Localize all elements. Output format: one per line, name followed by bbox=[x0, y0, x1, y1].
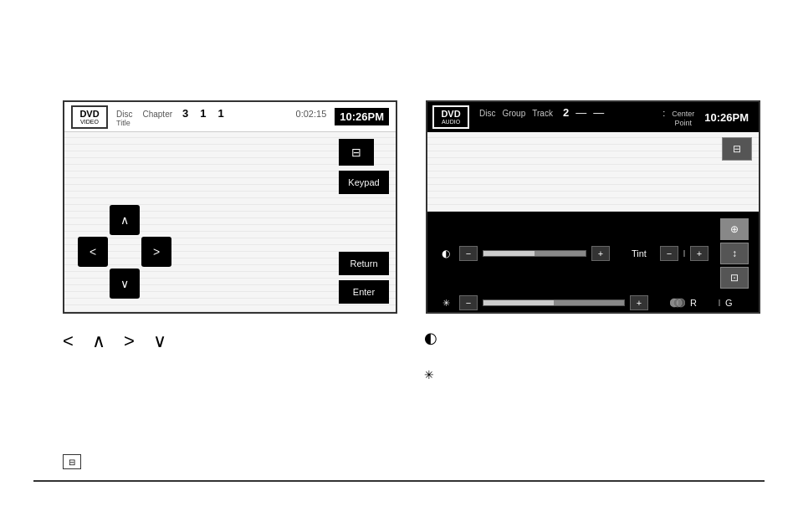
side-btn-2[interactable]: ↕ bbox=[720, 243, 749, 264]
rgb-circles-icon bbox=[670, 297, 685, 309]
nav-arrows: ∧ < > ∨ bbox=[78, 205, 171, 299]
rgb-icons bbox=[670, 297, 685, 309]
title-label: Title bbox=[116, 119, 132, 127]
tint-label: Tint bbox=[632, 248, 655, 258]
title-value: 1 bbox=[200, 107, 206, 120]
svg-point-2 bbox=[677, 299, 685, 307]
side-btn-1[interactable]: ⊕ bbox=[720, 218, 749, 240]
dvd-logo-sub: VIDEO bbox=[80, 119, 99, 125]
right-header-info: Disc Group Track 2 — — : CenterPoint bbox=[479, 106, 694, 128]
brightness-minus-btn[interactable]: − bbox=[459, 295, 478, 310]
contrast-symbol: ◐ bbox=[424, 330, 437, 346]
nav-left-button[interactable]: < bbox=[78, 237, 108, 267]
tint-minus-btn[interactable]: − bbox=[660, 246, 678, 261]
disc-label-right: Disc bbox=[479, 109, 495, 118]
left-panel-header: DVD VIDEO Disc Title Chapter 3 1 1 0:02:… bbox=[64, 102, 396, 132]
contrast-row: ◐ − + Tint − + ⊕ ↕ ⊡ bbox=[437, 218, 749, 289]
action-buttons: Return Enter bbox=[339, 252, 389, 304]
dvd-audio-logo-text: DVD bbox=[441, 110, 460, 119]
contrast-icon: ◐ bbox=[437, 248, 454, 259]
contrast-minus-btn[interactable]: − bbox=[459, 246, 478, 261]
up-arrow-symbol: ∧ bbox=[92, 330, 112, 351]
right-icon-btn-top[interactable]: ⊟ bbox=[722, 137, 752, 161]
group-value-right: — bbox=[575, 106, 586, 119]
right-arrow-symbol: > bbox=[124, 330, 141, 351]
side-btns-col: ⊕ ↕ ⊡ bbox=[720, 218, 749, 289]
keypad-button[interactable]: Keypad bbox=[339, 171, 389, 194]
page-container: DVD VIDEO Disc Title Chapter 3 1 1 0:02:… bbox=[0, 0, 798, 532]
brightness-plus-btn[interactable]: + bbox=[630, 295, 648, 310]
right-buttons-group: ⊟ Keypad bbox=[339, 139, 389, 194]
contrast-fill bbox=[483, 251, 535, 256]
dvd-audio-panel: DVD AUDIO Disc Group Track 2 — — : Cente… bbox=[426, 100, 760, 314]
side-btn-3[interactable]: ⊡ bbox=[720, 267, 749, 289]
nav-empty-4 bbox=[141, 269, 171, 299]
disc-value: 3 bbox=[182, 107, 188, 120]
right-panel-header: DVD AUDIO Disc Group Track 2 — — : Cente… bbox=[427, 102, 759, 132]
contrast-annotation: ◐ bbox=[424, 329, 437, 347]
colon-sep: : bbox=[662, 108, 665, 118]
tint-section: Tint − + bbox=[632, 246, 708, 261]
dvd-audio-logo-sub: AUDIO bbox=[442, 119, 460, 125]
clock-right: 10:26PM bbox=[699, 109, 754, 126]
brightness-icon: ✳ bbox=[437, 298, 454, 309]
dvd-logo-text: DVD bbox=[79, 110, 99, 119]
left-arrow-symbol: < bbox=[63, 330, 80, 351]
bottom-divider bbox=[33, 480, 765, 482]
nav-right-button[interactable]: > bbox=[141, 237, 171, 267]
nav-up-button[interactable]: ∧ bbox=[110, 205, 140, 235]
right-panel-content: ⊟ bbox=[427, 132, 759, 212]
nav-symbols-annotation: < ∧ > ∨ bbox=[63, 330, 173, 352]
header-info-left: Disc Title Chapter 3 1 1 0:02:15 bbox=[116, 107, 335, 127]
dvd-video-panel: DVD VIDEO Disc Title Chapter 3 1 1 0:02:… bbox=[63, 100, 397, 314]
tint-plus-btn[interactable]: + bbox=[690, 246, 708, 261]
r-slider[interactable] bbox=[719, 299, 720, 306]
disc-group: Disc Title bbox=[116, 109, 132, 127]
r-label: R bbox=[690, 298, 714, 308]
values-group: 3 1 1 bbox=[182, 107, 224, 120]
dvd-logo-right: DVD AUDIO bbox=[432, 105, 469, 129]
rgb-section: R G bbox=[670, 297, 749, 309]
brightness-annotation: ✳ bbox=[424, 368, 434, 381]
disc-value-right: 2 bbox=[563, 106, 569, 119]
nav-empty-2 bbox=[141, 205, 171, 235]
chapter-value: 1 bbox=[218, 107, 224, 120]
brightness-fill bbox=[483, 300, 554, 305]
brightness-slider[interactable] bbox=[483, 299, 625, 306]
clock-left: 10:26PM bbox=[335, 108, 389, 125]
group-label-right: Group bbox=[502, 109, 525, 118]
brightness-symbol: ✳ bbox=[424, 368, 434, 381]
color-controls: ◐ − + Tint − + ⊕ ↕ ⊡ bbox=[427, 212, 759, 312]
nav-empty-1 bbox=[78, 205, 108, 235]
copy-button[interactable]: ⊟ bbox=[339, 139, 374, 166]
return-button[interactable]: Return bbox=[339, 252, 389, 275]
contrast-plus-btn[interactable]: + bbox=[591, 246, 610, 261]
track-label-right: Track bbox=[532, 109, 553, 118]
nav-center-empty bbox=[110, 237, 140, 267]
dvd-logo-left: DVD VIDEO bbox=[71, 105, 108, 129]
chapter-label: Chapter bbox=[142, 110, 172, 119]
enter-button[interactable]: Enter bbox=[339, 280, 389, 304]
track-value-right: — bbox=[593, 106, 604, 119]
nav-down-button[interactable]: ∨ bbox=[110, 269, 140, 299]
nav-empty-3 bbox=[78, 269, 108, 299]
g-label: G bbox=[725, 298, 749, 308]
copy-icon-right: ⊟ bbox=[733, 143, 741, 155]
elapsed-time: 0:02:15 bbox=[296, 109, 327, 119]
small-copy-icon: ⊟ bbox=[63, 454, 81, 469]
bottom-left-icon: ⊟ bbox=[63, 453, 81, 470]
brightness-row: ✳ − + R bbox=[437, 295, 749, 310]
down-arrow-symbol: ∨ bbox=[153, 330, 173, 351]
tint-slider[interactable] bbox=[683, 250, 685, 257]
disc-label: Disc bbox=[116, 110, 132, 119]
contrast-slider[interactable] bbox=[483, 250, 586, 257]
center-point-label: CenterPoint bbox=[672, 110, 694, 128]
left-panel-content: ⊟ Keypad ∧ < > ∨ Return Ente bbox=[64, 132, 396, 312]
chapter-group: Chapter bbox=[142, 109, 172, 119]
